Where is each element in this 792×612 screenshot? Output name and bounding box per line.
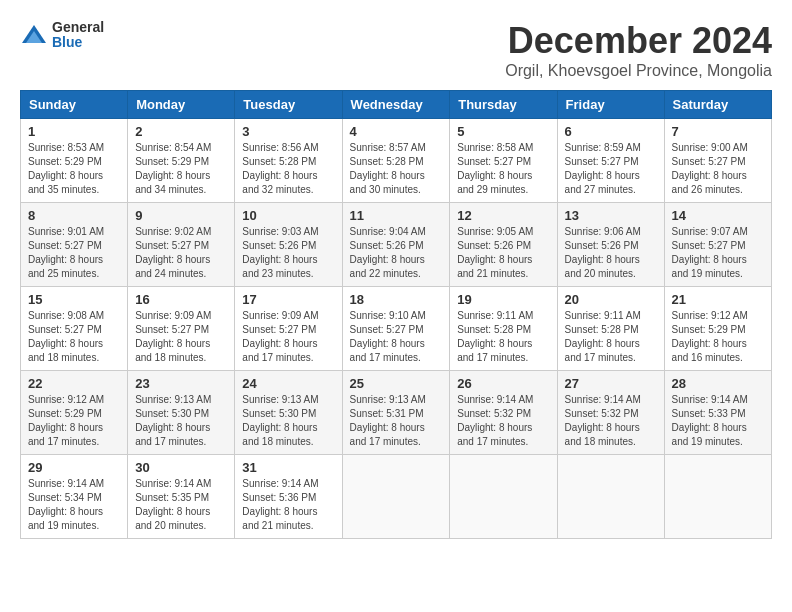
day-info-3: Sunrise: 8:56 AMSunset: 5:28 PMDaylight:… bbox=[242, 141, 334, 197]
day-number-17: 17 bbox=[242, 292, 334, 307]
day-cell-4: 4 Sunrise: 8:57 AMSunset: 5:28 PMDayligh… bbox=[342, 119, 450, 203]
day-info-25: Sunrise: 9:13 AMSunset: 5:31 PMDaylight:… bbox=[350, 393, 443, 449]
day-cell-21: 21 Sunrise: 9:12 AMSunset: 5:29 PMDaylig… bbox=[664, 287, 771, 371]
day-number-11: 11 bbox=[350, 208, 443, 223]
day-info-11: Sunrise: 9:04 AMSunset: 5:26 PMDaylight:… bbox=[350, 225, 443, 281]
day-cell-13: 13 Sunrise: 9:06 AMSunset: 5:26 PMDaylig… bbox=[557, 203, 664, 287]
day-number-14: 14 bbox=[672, 208, 764, 223]
empty-cell-4 bbox=[664, 455, 771, 539]
calendar-week-4: 22 Sunrise: 9:12 AMSunset: 5:29 PMDaylig… bbox=[21, 371, 772, 455]
day-cell-10: 10 Sunrise: 9:03 AMSunset: 5:26 PMDaylig… bbox=[235, 203, 342, 287]
day-cell-28: 28 Sunrise: 9:14 AMSunset: 5:33 PMDaylig… bbox=[664, 371, 771, 455]
day-number-15: 15 bbox=[28, 292, 120, 307]
day-number-28: 28 bbox=[672, 376, 764, 391]
day-cell-27: 27 Sunrise: 9:14 AMSunset: 5:32 PMDaylig… bbox=[557, 371, 664, 455]
day-info-31: Sunrise: 9:14 AMSunset: 5:36 PMDaylight:… bbox=[242, 477, 334, 533]
day-info-14: Sunrise: 9:07 AMSunset: 5:27 PMDaylight:… bbox=[672, 225, 764, 281]
day-number-29: 29 bbox=[28, 460, 120, 475]
day-number-1: 1 bbox=[28, 124, 120, 139]
day-cell-12: 12 Sunrise: 9:05 AMSunset: 5:26 PMDaylig… bbox=[450, 203, 557, 287]
day-info-5: Sunrise: 8:58 AMSunset: 5:27 PMDaylight:… bbox=[457, 141, 549, 197]
day-cell-25: 25 Sunrise: 9:13 AMSunset: 5:31 PMDaylig… bbox=[342, 371, 450, 455]
logo: General Blue bbox=[20, 20, 104, 51]
day-cell-30: 30 Sunrise: 9:14 AMSunset: 5:35 PMDaylig… bbox=[128, 455, 235, 539]
day-info-16: Sunrise: 9:09 AMSunset: 5:27 PMDaylight:… bbox=[135, 309, 227, 365]
day-info-4: Sunrise: 8:57 AMSunset: 5:28 PMDaylight:… bbox=[350, 141, 443, 197]
day-info-13: Sunrise: 9:06 AMSunset: 5:26 PMDaylight:… bbox=[565, 225, 657, 281]
day-info-21: Sunrise: 9:12 AMSunset: 5:29 PMDaylight:… bbox=[672, 309, 764, 365]
day-cell-15: 15 Sunrise: 9:08 AMSunset: 5:27 PMDaylig… bbox=[21, 287, 128, 371]
day-number-3: 3 bbox=[242, 124, 334, 139]
empty-cell-1 bbox=[342, 455, 450, 539]
day-number-16: 16 bbox=[135, 292, 227, 307]
day-number-21: 21 bbox=[672, 292, 764, 307]
empty-cell-3 bbox=[557, 455, 664, 539]
day-number-18: 18 bbox=[350, 292, 443, 307]
calendar-header-row: Sunday Monday Tuesday Wednesday Thursday… bbox=[21, 91, 772, 119]
day-cell-23: 23 Sunrise: 9:13 AMSunset: 5:30 PMDaylig… bbox=[128, 371, 235, 455]
day-cell-19: 19 Sunrise: 9:11 AMSunset: 5:28 PMDaylig… bbox=[450, 287, 557, 371]
day-number-22: 22 bbox=[28, 376, 120, 391]
day-number-20: 20 bbox=[565, 292, 657, 307]
header-sunday: Sunday bbox=[21, 91, 128, 119]
header-thursday: Thursday bbox=[450, 91, 557, 119]
title-section: December 2024 Orgil, Khoevsgoel Province… bbox=[505, 20, 772, 80]
day-number-7: 7 bbox=[672, 124, 764, 139]
day-info-30: Sunrise: 9:14 AMSunset: 5:35 PMDaylight:… bbox=[135, 477, 227, 533]
day-cell-17: 17 Sunrise: 9:09 AMSunset: 5:27 PMDaylig… bbox=[235, 287, 342, 371]
day-info-23: Sunrise: 9:13 AMSunset: 5:30 PMDaylight:… bbox=[135, 393, 227, 449]
day-number-2: 2 bbox=[135, 124, 227, 139]
header-friday: Friday bbox=[557, 91, 664, 119]
day-number-9: 9 bbox=[135, 208, 227, 223]
calendar-week-2: 8 Sunrise: 9:01 AMSunset: 5:27 PMDayligh… bbox=[21, 203, 772, 287]
day-number-23: 23 bbox=[135, 376, 227, 391]
header-tuesday: Tuesday bbox=[235, 91, 342, 119]
day-info-12: Sunrise: 9:05 AMSunset: 5:26 PMDaylight:… bbox=[457, 225, 549, 281]
day-number-26: 26 bbox=[457, 376, 549, 391]
calendar-table: Sunday Monday Tuesday Wednesday Thursday… bbox=[20, 90, 772, 539]
day-info-18: Sunrise: 9:10 AMSunset: 5:27 PMDaylight:… bbox=[350, 309, 443, 365]
day-info-10: Sunrise: 9:03 AMSunset: 5:26 PMDaylight:… bbox=[242, 225, 334, 281]
day-info-7: Sunrise: 9:00 AMSunset: 5:27 PMDaylight:… bbox=[672, 141, 764, 197]
day-number-24: 24 bbox=[242, 376, 334, 391]
day-cell-26: 26 Sunrise: 9:14 AMSunset: 5:32 PMDaylig… bbox=[450, 371, 557, 455]
day-cell-20: 20 Sunrise: 9:11 AMSunset: 5:28 PMDaylig… bbox=[557, 287, 664, 371]
day-info-17: Sunrise: 9:09 AMSunset: 5:27 PMDaylight:… bbox=[242, 309, 334, 365]
day-info-2: Sunrise: 8:54 AMSunset: 5:29 PMDaylight:… bbox=[135, 141, 227, 197]
day-info-28: Sunrise: 9:14 AMSunset: 5:33 PMDaylight:… bbox=[672, 393, 764, 449]
logo-blue-text: Blue bbox=[52, 35, 104, 50]
day-info-15: Sunrise: 9:08 AMSunset: 5:27 PMDaylight:… bbox=[28, 309, 120, 365]
day-cell-5: 5 Sunrise: 8:58 AMSunset: 5:27 PMDayligh… bbox=[450, 119, 557, 203]
day-info-20: Sunrise: 9:11 AMSunset: 5:28 PMDaylight:… bbox=[565, 309, 657, 365]
empty-cell-2 bbox=[450, 455, 557, 539]
day-info-29: Sunrise: 9:14 AMSunset: 5:34 PMDaylight:… bbox=[28, 477, 120, 533]
location-title: Orgil, Khoevsgoel Province, Mongolia bbox=[505, 62, 772, 80]
day-info-1: Sunrise: 8:53 AMSunset: 5:29 PMDaylight:… bbox=[28, 141, 120, 197]
day-cell-7: 7 Sunrise: 9:00 AMSunset: 5:27 PMDayligh… bbox=[664, 119, 771, 203]
day-number-31: 31 bbox=[242, 460, 334, 475]
day-cell-14: 14 Sunrise: 9:07 AMSunset: 5:27 PMDaylig… bbox=[664, 203, 771, 287]
calendar-week-1: 1 Sunrise: 8:53 AMSunset: 5:29 PMDayligh… bbox=[21, 119, 772, 203]
day-number-13: 13 bbox=[565, 208, 657, 223]
day-number-12: 12 bbox=[457, 208, 549, 223]
day-cell-29: 29 Sunrise: 9:14 AMSunset: 5:34 PMDaylig… bbox=[21, 455, 128, 539]
day-cell-18: 18 Sunrise: 9:10 AMSunset: 5:27 PMDaylig… bbox=[342, 287, 450, 371]
day-info-19: Sunrise: 9:11 AMSunset: 5:28 PMDaylight:… bbox=[457, 309, 549, 365]
logo-icon bbox=[20, 21, 48, 49]
day-info-8: Sunrise: 9:01 AMSunset: 5:27 PMDaylight:… bbox=[28, 225, 120, 281]
header-wednesday: Wednesday bbox=[342, 91, 450, 119]
day-cell-3: 3 Sunrise: 8:56 AMSunset: 5:28 PMDayligh… bbox=[235, 119, 342, 203]
page-header: General Blue December 2024 Orgil, Khoevs… bbox=[20, 20, 772, 80]
day-info-24: Sunrise: 9:13 AMSunset: 5:30 PMDaylight:… bbox=[242, 393, 334, 449]
day-number-4: 4 bbox=[350, 124, 443, 139]
day-info-26: Sunrise: 9:14 AMSunset: 5:32 PMDaylight:… bbox=[457, 393, 549, 449]
day-cell-22: 22 Sunrise: 9:12 AMSunset: 5:29 PMDaylig… bbox=[21, 371, 128, 455]
day-cell-8: 8 Sunrise: 9:01 AMSunset: 5:27 PMDayligh… bbox=[21, 203, 128, 287]
day-info-22: Sunrise: 9:12 AMSunset: 5:29 PMDaylight:… bbox=[28, 393, 120, 449]
day-number-6: 6 bbox=[565, 124, 657, 139]
header-saturday: Saturday bbox=[664, 91, 771, 119]
day-cell-24: 24 Sunrise: 9:13 AMSunset: 5:30 PMDaylig… bbox=[235, 371, 342, 455]
day-info-6: Sunrise: 8:59 AMSunset: 5:27 PMDaylight:… bbox=[565, 141, 657, 197]
day-cell-11: 11 Sunrise: 9:04 AMSunset: 5:26 PMDaylig… bbox=[342, 203, 450, 287]
day-cell-2: 2 Sunrise: 8:54 AMSunset: 5:29 PMDayligh… bbox=[128, 119, 235, 203]
